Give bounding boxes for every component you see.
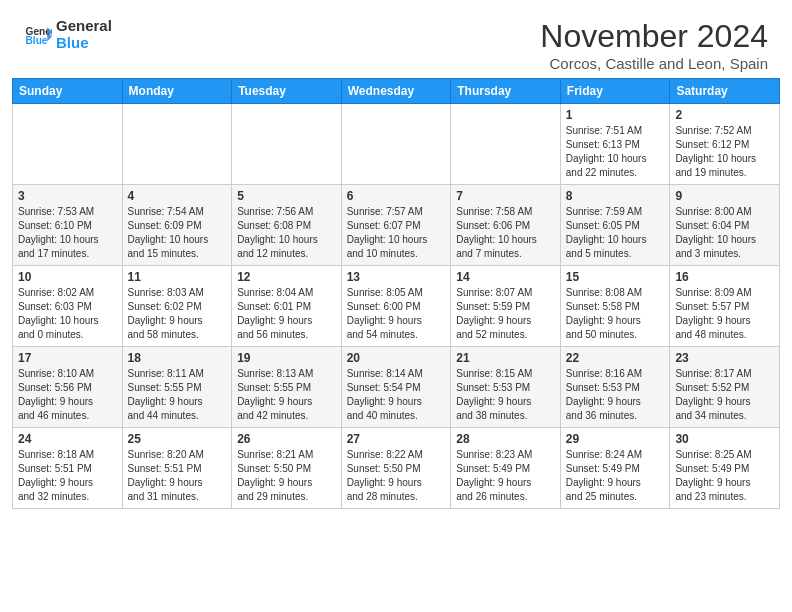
calendar-cell [341, 104, 451, 185]
day-info: Sunrise: 7:53 AM Sunset: 6:10 PM Dayligh… [18, 205, 117, 261]
weekday-header-wednesday: Wednesday [341, 79, 451, 104]
calendar-cell: 21Sunrise: 8:15 AM Sunset: 5:53 PM Dayli… [451, 347, 561, 428]
calendar-cell: 19Sunrise: 8:13 AM Sunset: 5:55 PM Dayli… [232, 347, 342, 428]
week-row-4: 17Sunrise: 8:10 AM Sunset: 5:56 PM Dayli… [13, 347, 780, 428]
day-info: Sunrise: 8:04 AM Sunset: 6:01 PM Dayligh… [237, 286, 336, 342]
calendar-cell: 3Sunrise: 7:53 AM Sunset: 6:10 PM Daylig… [13, 185, 123, 266]
day-info: Sunrise: 7:51 AM Sunset: 6:13 PM Dayligh… [566, 124, 665, 180]
day-info: Sunrise: 7:56 AM Sunset: 6:08 PM Dayligh… [237, 205, 336, 261]
day-info: Sunrise: 8:03 AM Sunset: 6:02 PM Dayligh… [128, 286, 227, 342]
day-info: Sunrise: 8:11 AM Sunset: 5:55 PM Dayligh… [128, 367, 227, 423]
calendar-cell [122, 104, 232, 185]
day-info: Sunrise: 8:22 AM Sunset: 5:50 PM Dayligh… [347, 448, 446, 504]
calendar-cell: 18Sunrise: 8:11 AM Sunset: 5:55 PM Dayli… [122, 347, 232, 428]
day-number: 8 [566, 189, 665, 203]
day-number: 15 [566, 270, 665, 284]
day-info: Sunrise: 8:07 AM Sunset: 5:59 PM Dayligh… [456, 286, 555, 342]
day-info: Sunrise: 7:57 AM Sunset: 6:07 PM Dayligh… [347, 205, 446, 261]
day-number: 25 [128, 432, 227, 446]
calendar: SundayMondayTuesdayWednesdayThursdayFrid… [12, 78, 780, 509]
day-info: Sunrise: 8:09 AM Sunset: 5:57 PM Dayligh… [675, 286, 774, 342]
day-number: 1 [566, 108, 665, 122]
weekday-header-tuesday: Tuesday [232, 79, 342, 104]
day-number: 6 [347, 189, 446, 203]
calendar-cell [13, 104, 123, 185]
day-number: 11 [128, 270, 227, 284]
logo: General Blue General Blue [24, 18, 112, 51]
weekday-header-saturday: Saturday [670, 79, 780, 104]
calendar-cell: 28Sunrise: 8:23 AM Sunset: 5:49 PM Dayli… [451, 428, 561, 509]
calendar-cell: 27Sunrise: 8:22 AM Sunset: 5:50 PM Dayli… [341, 428, 451, 509]
day-number: 14 [456, 270, 555, 284]
day-info: Sunrise: 8:24 AM Sunset: 5:49 PM Dayligh… [566, 448, 665, 504]
calendar-cell: 25Sunrise: 8:20 AM Sunset: 5:51 PM Dayli… [122, 428, 232, 509]
title-block: November 2024 Corcos, Castille and Leon,… [540, 18, 768, 72]
weekday-header-friday: Friday [560, 79, 670, 104]
calendar-cell: 9Sunrise: 8:00 AM Sunset: 6:04 PM Daylig… [670, 185, 780, 266]
day-info: Sunrise: 7:54 AM Sunset: 6:09 PM Dayligh… [128, 205, 227, 261]
day-info: Sunrise: 8:02 AM Sunset: 6:03 PM Dayligh… [18, 286, 117, 342]
day-number: 13 [347, 270, 446, 284]
month-title: November 2024 [540, 18, 768, 55]
calendar-cell: 12Sunrise: 8:04 AM Sunset: 6:01 PM Dayli… [232, 266, 342, 347]
day-number: 17 [18, 351, 117, 365]
day-info: Sunrise: 8:14 AM Sunset: 5:54 PM Dayligh… [347, 367, 446, 423]
calendar-cell: 24Sunrise: 8:18 AM Sunset: 5:51 PM Dayli… [13, 428, 123, 509]
day-info: Sunrise: 8:13 AM Sunset: 5:55 PM Dayligh… [237, 367, 336, 423]
day-number: 12 [237, 270, 336, 284]
day-info: Sunrise: 8:05 AM Sunset: 6:00 PM Dayligh… [347, 286, 446, 342]
day-number: 10 [18, 270, 117, 284]
day-info: Sunrise: 8:16 AM Sunset: 5:53 PM Dayligh… [566, 367, 665, 423]
week-row-5: 24Sunrise: 8:18 AM Sunset: 5:51 PM Dayli… [13, 428, 780, 509]
calendar-cell: 4Sunrise: 7:54 AM Sunset: 6:09 PM Daylig… [122, 185, 232, 266]
week-row-1: 1Sunrise: 7:51 AM Sunset: 6:13 PM Daylig… [13, 104, 780, 185]
day-number: 24 [18, 432, 117, 446]
calendar-cell: 10Sunrise: 8:02 AM Sunset: 6:03 PM Dayli… [13, 266, 123, 347]
day-info: Sunrise: 8:21 AM Sunset: 5:50 PM Dayligh… [237, 448, 336, 504]
day-number: 3 [18, 189, 117, 203]
day-number: 21 [456, 351, 555, 365]
week-row-2: 3Sunrise: 7:53 AM Sunset: 6:10 PM Daylig… [13, 185, 780, 266]
day-info: Sunrise: 7:52 AM Sunset: 6:12 PM Dayligh… [675, 124, 774, 180]
calendar-cell: 15Sunrise: 8:08 AM Sunset: 5:58 PM Dayli… [560, 266, 670, 347]
day-info: Sunrise: 7:58 AM Sunset: 6:06 PM Dayligh… [456, 205, 555, 261]
calendar-cell: 1Sunrise: 7:51 AM Sunset: 6:13 PM Daylig… [560, 104, 670, 185]
calendar-cell [232, 104, 342, 185]
day-number: 29 [566, 432, 665, 446]
calendar-cell [451, 104, 561, 185]
weekday-header-monday: Monday [122, 79, 232, 104]
day-info: Sunrise: 8:10 AM Sunset: 5:56 PM Dayligh… [18, 367, 117, 423]
calendar-cell: 22Sunrise: 8:16 AM Sunset: 5:53 PM Dayli… [560, 347, 670, 428]
day-number: 26 [237, 432, 336, 446]
calendar-cell: 2Sunrise: 7:52 AM Sunset: 6:12 PM Daylig… [670, 104, 780, 185]
calendar-cell: 8Sunrise: 7:59 AM Sunset: 6:05 PM Daylig… [560, 185, 670, 266]
page-header: General Blue General Blue November 2024 … [0, 0, 792, 78]
day-number: 27 [347, 432, 446, 446]
logo-blue: Blue [56, 35, 112, 52]
week-row-3: 10Sunrise: 8:02 AM Sunset: 6:03 PM Dayli… [13, 266, 780, 347]
calendar-table: SundayMondayTuesdayWednesdayThursdayFrid… [12, 78, 780, 509]
calendar-cell: 26Sunrise: 8:21 AM Sunset: 5:50 PM Dayli… [232, 428, 342, 509]
day-number: 16 [675, 270, 774, 284]
calendar-cell: 29Sunrise: 8:24 AM Sunset: 5:49 PM Dayli… [560, 428, 670, 509]
day-number: 18 [128, 351, 227, 365]
svg-text:Blue: Blue [26, 35, 48, 46]
day-info: Sunrise: 8:17 AM Sunset: 5:52 PM Dayligh… [675, 367, 774, 423]
weekday-header-thursday: Thursday [451, 79, 561, 104]
calendar-cell: 14Sunrise: 8:07 AM Sunset: 5:59 PM Dayli… [451, 266, 561, 347]
day-info: Sunrise: 8:00 AM Sunset: 6:04 PM Dayligh… [675, 205, 774, 261]
day-number: 30 [675, 432, 774, 446]
day-info: Sunrise: 8:25 AM Sunset: 5:49 PM Dayligh… [675, 448, 774, 504]
calendar-cell: 5Sunrise: 7:56 AM Sunset: 6:08 PM Daylig… [232, 185, 342, 266]
day-info: Sunrise: 8:18 AM Sunset: 5:51 PM Dayligh… [18, 448, 117, 504]
logo-icon: General Blue [24, 21, 52, 49]
day-number: 9 [675, 189, 774, 203]
day-number: 2 [675, 108, 774, 122]
day-number: 22 [566, 351, 665, 365]
calendar-cell: 17Sunrise: 8:10 AM Sunset: 5:56 PM Dayli… [13, 347, 123, 428]
calendar-cell: 11Sunrise: 8:03 AM Sunset: 6:02 PM Dayli… [122, 266, 232, 347]
day-info: Sunrise: 8:15 AM Sunset: 5:53 PM Dayligh… [456, 367, 555, 423]
day-number: 23 [675, 351, 774, 365]
day-number: 7 [456, 189, 555, 203]
day-info: Sunrise: 8:08 AM Sunset: 5:58 PM Dayligh… [566, 286, 665, 342]
